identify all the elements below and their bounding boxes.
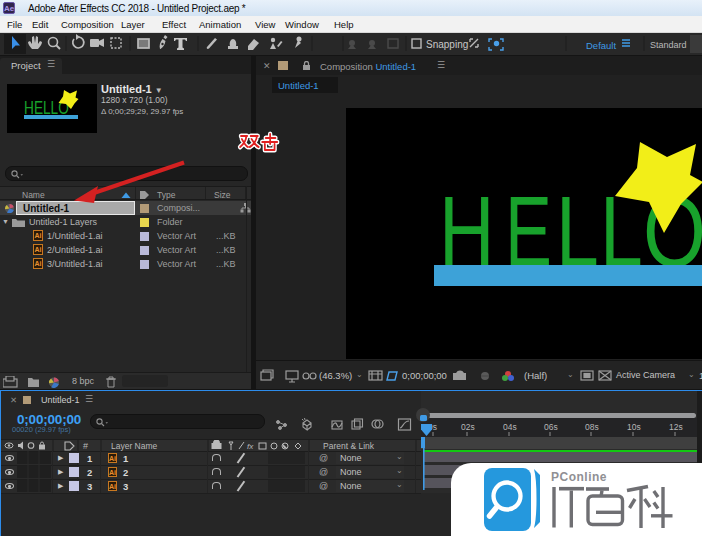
svg-text:04s: 04s (503, 422, 517, 432)
svg-text:06s: 06s (544, 422, 558, 432)
svg-text:12s: 12s (669, 422, 683, 432)
svg-text:Ai: Ai (35, 260, 42, 267)
svg-text:08s: 08s (585, 422, 599, 432)
svg-text:10s: 10s (627, 422, 641, 432)
svg-text:Ai: Ai (35, 246, 42, 253)
svg-text:fx: fx (247, 442, 254, 451)
svg-text:Layer Name: Layer Name (111, 441, 158, 451)
svg-text:Parent & Link: Parent & Link (323, 441, 375, 451)
svg-text:Ai: Ai (35, 232, 42, 239)
svg-text:#: # (83, 441, 88, 451)
svg-text:02s: 02s (461, 422, 475, 432)
